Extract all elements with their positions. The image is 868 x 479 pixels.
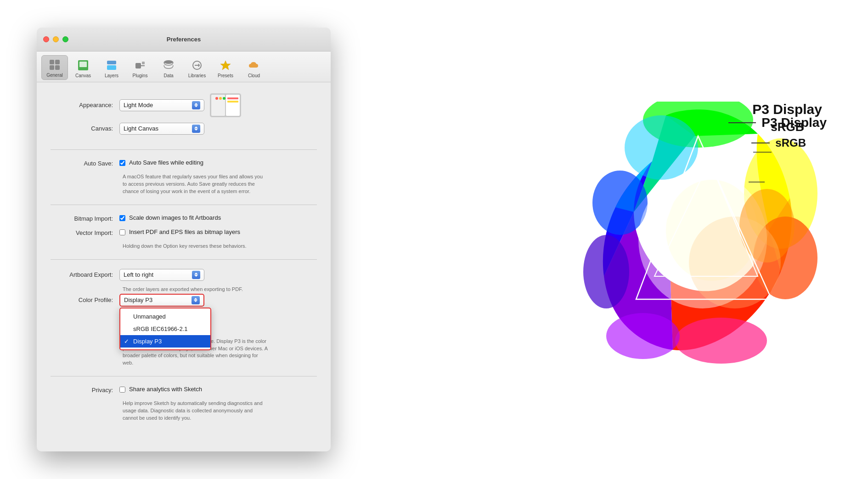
color-profile-popup: Unmanaged sRGB IEC61966-2.1 ✓ Display P3: [119, 308, 211, 350]
svg-point-11: [164, 60, 173, 64]
vector-checkbox-row: Insert PDF and EPS files as bitmap layer…: [119, 228, 240, 235]
appearance-label: Appearance:: [51, 102, 119, 108]
privacy-checkbox-row: Share analytics with Sketch: [119, 386, 202, 393]
artboard-export-select[interactable]: Left to right: [119, 269, 204, 281]
presets-icon: [219, 59, 232, 72]
appearance-select[interactable]: Light Mode: [119, 99, 204, 111]
appearance-value: Light Mode: [124, 102, 192, 108]
srgb-display-label: sRGB: [775, 137, 806, 149]
cloud-label: Cloud: [248, 73, 260, 78]
artboard-export-row: Artboard Export: Left to right: [51, 269, 317, 281]
svg-rect-8: [135, 63, 141, 68]
vector-import-row: Vector Import: Insert PDF and EPS files …: [51, 228, 317, 237]
color-profile-select[interactable]: Display P3: [119, 294, 204, 307]
svg-point-29: [625, 115, 698, 180]
autosave-label: Auto Save:: [51, 160, 119, 167]
canvas-icon: [77, 59, 90, 72]
autosave-checkbox[interactable]: [119, 160, 125, 166]
dropdown-item-displayp3[interactable]: ✓ Display P3: [120, 335, 210, 348]
traffic-lights: [43, 36, 68, 42]
dropdown-item-srgb[interactable]: sRGB IEC61966-2.1: [120, 323, 210, 335]
preferences-content: Appearance: Light Mode: [37, 82, 331, 451]
svg-rect-20: [227, 97, 238, 99]
canvas-select-arrow: [192, 125, 200, 133]
svg-rect-7: [107, 65, 116, 70]
plugins-icon: [134, 59, 147, 72]
dropdown-item-unmanaged[interactable]: Unmanaged: [120, 310, 210, 323]
window-title: Preferences: [167, 36, 201, 43]
toolbar-data[interactable]: Data: [155, 56, 182, 80]
privacy-label: Privacy:: [51, 387, 119, 393]
svg-point-19: [223, 97, 225, 100]
color-profile-label: Color Profile:: [51, 297, 119, 303]
layers-label: Layers: [105, 73, 118, 78]
svg-point-18: [219, 97, 222, 100]
preferences-window: Preferences General Canvas: [37, 28, 331, 451]
gamut-diagram: P3 Display sRGB: [565, 92, 831, 387]
libraries-label: Libraries: [188, 73, 206, 78]
autosave-help: A macOS feature that regularly saves you…: [123, 173, 317, 195]
svg-rect-5: [79, 62, 87, 67]
svg-rect-2: [50, 65, 54, 70]
toolbar-general[interactable]: General: [41, 55, 68, 80]
vector-checkbox[interactable]: [119, 229, 125, 235]
canvas-row: Canvas: Light Canvas: [51, 123, 317, 135]
artboard-export-help: The order layers are exported when expor…: [123, 286, 317, 292]
privacy-text: Share analytics with Sketch: [129, 386, 202, 393]
artboard-export-arrow: [192, 271, 200, 279]
vector-text: Insert PDF and EPS files as bitmap layer…: [129, 228, 240, 235]
fullscreen-button[interactable]: [62, 36, 68, 42]
color-profile-arrow: [192, 296, 200, 304]
svg-rect-1: [55, 60, 60, 64]
appearance-row: Appearance: Light Mode: [51, 93, 317, 117]
svg-point-25: [675, 318, 767, 364]
gamut-text-labels: P3 Display sRGB: [728, 115, 827, 149]
color-profile-row: Color Profile: Display P3 Unmanaged sRGB…: [51, 294, 317, 307]
toolbar-presets[interactable]: Presets: [212, 56, 239, 80]
svg-rect-3: [55, 65, 60, 70]
privacy-row: Privacy: Share analytics with Sketch: [51, 386, 317, 394]
canvas-label: Canvas:: [51, 125, 119, 132]
canvas-label: Canvas: [75, 73, 91, 78]
svg-point-28: [592, 171, 648, 235]
toolbar-plugins[interactable]: Plugins: [127, 56, 153, 80]
data-label: Data: [163, 73, 173, 78]
general-icon: [48, 58, 61, 71]
libraries-icon: [191, 59, 203, 72]
color-profile-dropdown-container: Display P3 Unmanaged sRGB IEC61966-2.1 ✓…: [119, 294, 204, 307]
vector-help: Holding down the Option key reverses the…: [123, 243, 317, 250]
svg-point-17: [215, 97, 218, 100]
canvas-value: Light Canvas: [124, 125, 192, 132]
toolbar-layers[interactable]: Layers: [98, 56, 125, 80]
srgb-label-row: sRGB: [751, 137, 806, 149]
toolbar-libraries[interactable]: Libraries: [184, 56, 210, 80]
artboard-export-value: Left to right: [124, 271, 192, 278]
import-section: Bitmap Import: Scale down images to fit …: [51, 214, 317, 260]
canvas-select[interactable]: Light Canvas: [119, 123, 204, 135]
close-button[interactable]: [43, 36, 49, 42]
svg-point-33: [689, 217, 781, 308]
toolbar: General Canvas Layers: [37, 51, 331, 82]
appearance-preview: [210, 93, 241, 117]
bitmap-text: Scale down images to fit Artboards: [129, 214, 221, 221]
toolbar-cloud[interactable]: Cloud: [241, 56, 267, 80]
title-bar: Preferences: [37, 28, 331, 51]
srgb-line: [751, 143, 770, 143]
svg-rect-9: [142, 62, 145, 64]
svg-rect-21: [227, 101, 238, 103]
toolbar-canvas[interactable]: Canvas: [70, 56, 96, 80]
plugins-label: Plugins: [133, 73, 148, 78]
p3-label: P3 Display: [752, 102, 822, 117]
data-icon: [162, 59, 175, 72]
privacy-checkbox[interactable]: [119, 387, 125, 393]
svg-point-26: [606, 313, 680, 359]
minimize-button[interactable]: [53, 36, 59, 42]
bitmap-checkbox[interactable]: [119, 215, 125, 221]
p3-line: [728, 122, 756, 123]
checkmark-icon: ✓: [124, 338, 129, 345]
svg-marker-13: [220, 61, 231, 70]
bitmap-import-label: Bitmap Import:: [51, 215, 119, 222]
bitmap-checkbox-row: Scale down images to fit Artboards: [119, 214, 221, 221]
svg-point-27: [583, 235, 629, 308]
artboard-export-label: Artboard Export:: [51, 271, 119, 278]
